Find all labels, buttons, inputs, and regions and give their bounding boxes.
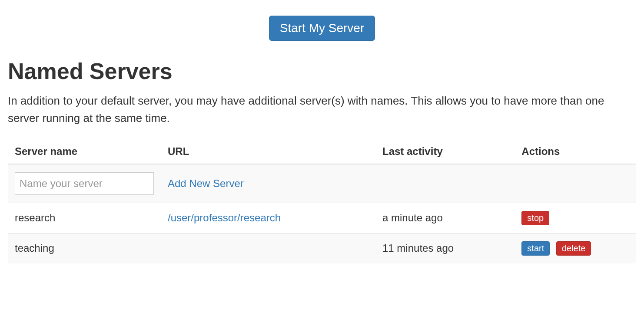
table-header-row: Server name URL Last activity Actions [8,139,636,164]
start-button[interactable]: start [521,241,550,256]
new-server-name-input[interactable] [15,172,154,195]
page-description: In addition to your default server, you … [8,92,636,127]
server-name-cell: teaching [8,233,161,263]
stop-button[interactable]: stop [521,211,549,225]
col-header-url: URL [161,139,375,164]
table-row: teaching 11 minutes ago start delete [8,233,636,263]
page-title: Named Servers [8,58,636,84]
server-name-cell: research [8,203,161,233]
col-header-actions: Actions [515,139,636,164]
servers-table: Server name URL Last activity Actions Ad… [8,139,636,263]
start-my-server-button[interactable]: Start My Server [269,16,375,41]
new-server-row: Add New Server [8,164,636,203]
server-last-activity: 11 minutes ago [375,233,515,263]
col-header-last: Last activity [375,139,515,164]
delete-button[interactable]: delete [556,241,591,256]
add-new-server-link[interactable]: Add New Server [168,178,244,189]
server-url-link[interactable]: /user/professor/research [168,212,281,224]
table-row: research /user/professor/research a minu… [8,203,636,233]
col-header-name: Server name [8,139,161,164]
server-last-activity: a minute ago [375,203,515,233]
top-button-wrap: Start My Server [8,16,636,41]
